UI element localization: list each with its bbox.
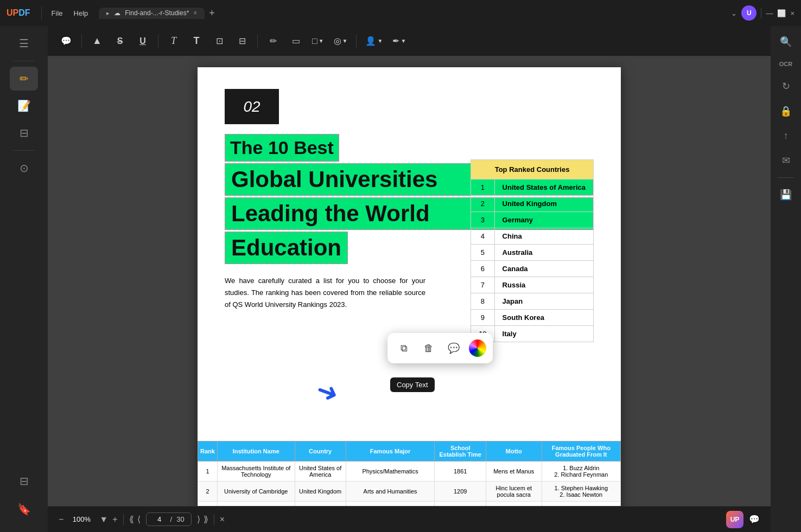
text-box-btn[interactable]: ⊡ [209,31,229,51]
titlebar-right: ⌄ U — ⬜ × [724,5,801,21]
search-btn[interactable]: 🔍 [775,31,796,52]
pdf-viewer[interactable]: 02 The 10 Best Global Universities Leadi… [48,56,771,506]
nav-next-btn[interactable]: ⟩ [197,514,200,524]
draw-btn[interactable]: ✏ [263,31,283,51]
tab-bar: ▸ ☁ Find-and-...-r-Studies* × + [99,8,724,19]
divider-1 [123,514,124,525]
sidebar-icon-layers[interactable]: ⊟ [10,469,38,493]
underline-btn[interactable]: U [133,31,152,51]
lock-btn[interactable]: 🔒 [775,101,796,121]
win-maximize[interactable]: ⬜ [777,9,786,17]
sidebar-icon-annotate[interactable]: ✏ [10,67,38,91]
left-sidebar: ☰ ✏ 📝 ⊟ ⊙ ⊟ 🔖 [0,26,48,532]
ocr-btn[interactable]: OCR [775,56,797,72]
country-cell: Australia [494,245,593,261]
text-bold-btn[interactable]: T [187,31,206,51]
people-cell [542,502,620,507]
country-cell: United Kingdom [295,482,346,502]
app-badge: UP [726,511,743,528]
tab-close-btn[interactable]: × [193,9,197,17]
people-cell: 1. Stephen Hawking2. Isaac Newton [542,482,620,502]
people-cell: 1. Buzz Aldrin2. Richard Feynman [542,462,620,482]
zoom-value: 100% [68,515,95,523]
tab-cloud-icon: ☁ [114,9,120,17]
strikethrough-btn[interactable]: S [110,31,130,51]
comment-btn[interactable]: 💬 [56,31,76,51]
win-close[interactable]: × [790,9,794,17]
table-row: 3 Stanford University United States of A… [198,502,621,507]
mail-btn[interactable]: ✉ [778,150,794,171]
shape-icon: □ [312,36,317,46]
table-icon: ⊟ [239,36,246,46]
sidebar-icon-bookmark[interactable]: 🔖 [10,497,38,521]
sidebar-divider-1 [13,61,35,61]
bookmark-icon: 🔖 [17,503,31,516]
tabs-dropdown-btn[interactable]: ⌄ [731,9,737,17]
pen-btn[interactable]: ◎ ▼ [330,34,351,48]
ranked-countries-table: Top Ranked Countries 1 United States of … [471,159,594,342]
stamp-btn[interactable]: ▭ [286,31,306,51]
close-bottom-btn[interactable]: × [220,515,225,524]
page-number-input[interactable] [153,515,166,523]
zoom-out-btn[interactable]: − [59,515,63,524]
nav-prev-btn[interactable]: ⟨ [137,514,141,524]
rank-cell: 2 [198,482,218,502]
establish-cell: 1209 [435,482,486,502]
page-nav-arrows-right: ⟩ ⟫ [197,514,208,524]
arrow-pointer: ➜ [313,374,344,409]
sidebar-icon-edit[interactable]: 📝 [10,94,38,118]
sidebar-icon-convert[interactable]: ⊙ [10,156,38,180]
country-cell: South Korea [494,310,593,326]
underline-icon: U [139,36,146,46]
heading-line1: The 10 Best [225,134,339,162]
page-nav-arrows: ⟪ ⟨ [129,514,141,524]
highlight-icon: ▲ [92,35,102,47]
highlight-btn[interactable]: ▲ [87,31,107,51]
popup-delete-btn[interactable]: 🗑 [419,338,438,358]
col-country: Country [295,441,346,462]
rank-cell: 3 [471,212,494,228]
new-tab-button[interactable]: + [205,8,219,19]
country-cell: Canada [494,261,593,277]
establish-cell: 1861 [435,462,486,482]
table-row: 2 University of Cambridge United Kingdom… [198,482,621,502]
active-tab[interactable]: ▸ ☁ Find-and-...-r-Studies* × [99,8,205,19]
user-avatar[interactable]: U [741,5,756,21]
shape-btn[interactable]: □ ▼ [309,34,327,48]
sign-btn[interactable]: ✒ ▼ [389,34,409,48]
rank-cell: 9 [471,310,494,326]
win-minimize[interactable]: — [766,9,773,17]
rank-cell: 6 [471,261,494,277]
text-bold-icon: T [194,35,200,47]
save-btn[interactable]: 💾 [775,184,796,205]
text-box-icon: ⊡ [216,36,223,46]
tab-title: Find-and-...-r-Studies* [125,9,189,17]
page-nav: / 30 [146,512,192,526]
rotate-btn[interactable]: ↻ [778,76,794,97]
zoom-dropdown-btn[interactable]: ▼ [99,515,108,524]
popup-color-picker[interactable] [469,339,486,357]
user-dropdown-icon: ▼ [377,38,383,44]
rank-cell: 7 [471,277,494,293]
popup-comment-btn[interactable]: 💬 [444,338,463,358]
nav-first-btn[interactable]: ⟪ [129,514,134,524]
user-btn[interactable]: 👤 ▼ [362,34,386,48]
rank-cell: 5 [471,245,494,261]
nav-last-btn[interactable]: ⟫ [204,514,208,524]
sidebar-icon-organize[interactable]: ⊟ [10,121,38,145]
menu-help[interactable]: Help [74,9,88,17]
zoom-in-btn[interactable]: + [112,515,117,524]
chat-btn[interactable]: 💬 [749,514,760,524]
user-icon: 👤 [365,36,376,46]
sidebar-icon-pages[interactable]: ☰ [10,31,38,55]
popup-copy-btn[interactable]: ⧉ [394,338,414,358]
text-btn[interactable]: T [164,31,183,51]
menu-file[interactable]: File [52,9,63,17]
table-btn[interactable]: ⊟ [232,31,252,51]
zoom-controls: − 100% ▼ + [59,515,118,524]
pen-icon: ◎ [334,36,341,46]
col-institution: Institution Name [217,441,295,462]
edit-icon: 📝 [17,99,31,112]
rank-cell: 3 [198,502,218,507]
share-btn[interactable]: ↑ [779,126,793,146]
